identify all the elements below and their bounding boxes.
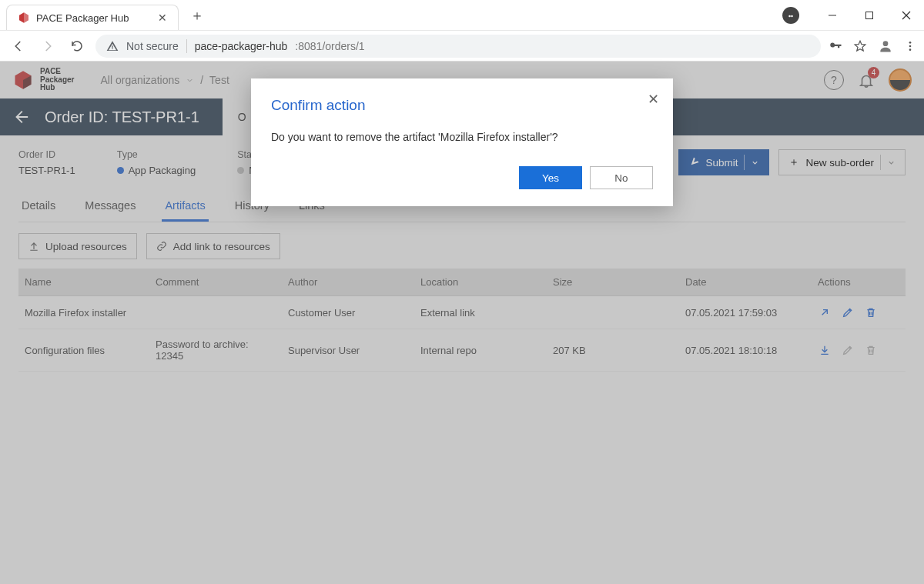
svg-point-10 — [909, 48, 912, 51]
close-icon[interactable]: ✕ — [158, 12, 167, 24]
no-button[interactable]: No — [590, 166, 653, 189]
star-icon[interactable] — [853, 39, 867, 53]
window-controls — [782, 0, 924, 30]
security-label: Not secure — [126, 40, 179, 52]
new-tab-button[interactable]: ＋ — [186, 5, 208, 26]
warning-icon — [106, 40, 119, 52]
modal-body: Do you want to remove the artifact 'Mozi… — [271, 131, 653, 143]
profile-badge-icon[interactable] — [782, 7, 799, 24]
close-window-button[interactable] — [889, 0, 924, 31]
yes-button[interactable]: Yes — [519, 166, 582, 189]
browser-tabs: PACE Packager Hub ✕ ＋ — [0, 0, 782, 30]
url-path: :8081/orders/1 — [295, 40, 364, 52]
svg-point-8 — [909, 42, 912, 44]
divider — [186, 39, 187, 53]
svg-point-9 — [909, 45, 912, 47]
cube-icon — [18, 12, 30, 24]
svg-point-2 — [791, 15, 793, 17]
close-icon[interactable]: ✕ — [648, 91, 659, 108]
minimize-button[interactable] — [815, 0, 850, 31]
account-icon[interactable] — [878, 38, 893, 54]
menu-icon[interactable] — [904, 40, 916, 52]
address-bar: Not secure pace-packager-hub:8081/orders… — [0, 31, 924, 62]
url-input[interactable]: Not secure pace-packager-hub:8081/orders… — [95, 35, 821, 58]
svg-point-7 — [883, 41, 889, 46]
browser-tab-title: PACE Packager Hub — [36, 12, 129, 24]
svg-point-1 — [788, 15, 791, 17]
url-host: pace-packager-hub — [195, 40, 288, 52]
key-icon[interactable] — [829, 39, 842, 53]
svg-rect-4 — [866, 12, 873, 18]
modal-title: Confirm action — [271, 97, 653, 114]
confirm-modal: ✕ Confirm action Do you want to remove t… — [251, 78, 673, 206]
browser-tab-active[interactable]: PACE Packager Hub ✕ — [6, 5, 179, 30]
reload-button[interactable] — [66, 35, 88, 57]
nav-forward-button[interactable] — [37, 35, 59, 57]
svg-point-0 — [787, 12, 795, 19]
nav-back-button[interactable] — [8, 35, 29, 57]
maximize-button[interactable] — [852, 0, 887, 31]
window-titlebar: PACE Packager Hub ✕ ＋ — [0, 0, 924, 31]
